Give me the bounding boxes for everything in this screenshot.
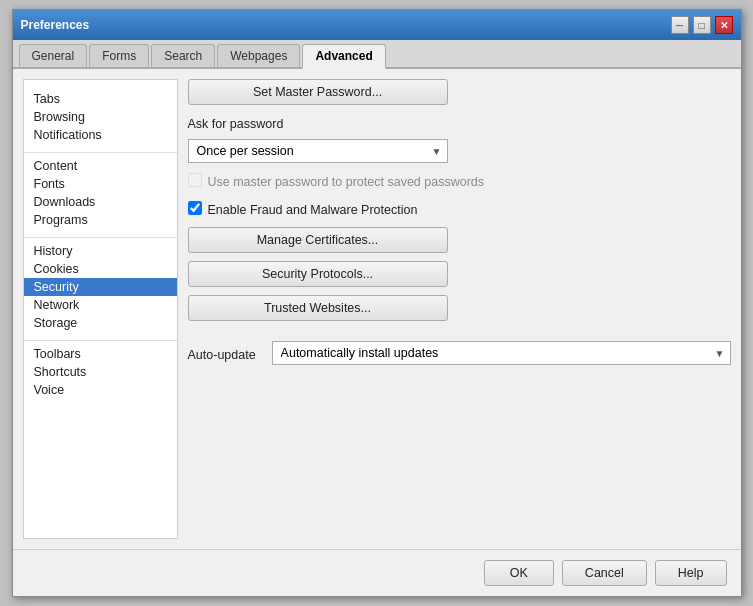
footer: OK Cancel Help [13,549,741,596]
password-frequency-dropdown-wrapper[interactable]: Once per session Every time Never [188,139,448,163]
tab-forms[interactable]: Forms [89,44,149,67]
maximize-button[interactable]: □ [693,16,711,34]
tab-advanced[interactable]: Advanced [302,44,385,69]
sidebar-item-programs[interactable]: Programs [24,211,177,229]
sidebar-item-toolbars[interactable]: Toolbars [24,345,177,363]
trusted-websites-button[interactable]: Trusted Websites... [188,295,448,321]
auto-update-row: Auto-update Automatically install update… [188,341,731,365]
tab-bar: General Forms Search Webpages Advanced [13,40,741,69]
sidebar-group-2: History Cookies Security Network Storage [24,238,177,341]
certificates-section: Manage Certificates... Security Protocol… [188,227,731,321]
sidebar-item-voice[interactable]: Voice [24,381,177,399]
cancel-button[interactable]: Cancel [562,560,647,586]
main-content: Tabs Browsing Notifications Content Font… [13,69,741,549]
sidebar-item-notifications[interactable]: Notifications [24,126,177,144]
window-title: Preferences [21,18,90,32]
title-bar: Preferences ─ □ ✕ [13,10,741,40]
sidebar-item-history[interactable]: History [24,242,177,260]
sidebar-item-fonts[interactable]: Fonts [24,175,177,193]
auto-update-label: Auto-update [188,348,256,362]
ok-button[interactable]: OK [484,560,554,586]
sidebar-item-browsing[interactable]: Browsing [24,108,177,126]
use-master-password-checkbox[interactable] [188,173,202,187]
tab-webpages[interactable]: Webpages [217,44,300,67]
sidebar-item-downloads[interactable]: Downloads [24,193,177,211]
enable-fraud-label: Enable Fraud and Malware Protection [208,203,418,217]
auto-update-dropdown[interactable]: Automatically install updates Check but … [272,341,731,365]
security-protocols-button[interactable]: Security Protocols... [188,261,448,287]
auto-update-dropdown-wrapper[interactable]: Automatically install updates Check but … [272,341,731,365]
close-button[interactable]: ✕ [715,16,733,34]
use-master-password-label: Use master password to protect saved pas… [208,175,485,189]
use-master-password-row: Use master password to protect saved pas… [188,171,731,189]
password-section: Set Master Password... Ask for password … [188,79,731,189]
preferences-window: Preferences ─ □ ✕ General Forms Search W… [12,9,742,597]
minimize-button[interactable]: ─ [671,16,689,34]
sidebar-item-storage[interactable]: Storage [24,314,177,332]
help-button[interactable]: Help [655,560,727,586]
title-bar-buttons: ─ □ ✕ [671,16,733,34]
sidebar-item-network[interactable]: Network [24,296,177,314]
password-frequency-dropdown[interactable]: Once per session Every time Never [188,139,448,163]
security-panel: Set Master Password... Ask for password … [188,79,731,539]
sidebar-item-security[interactable]: Security [24,278,177,296]
manage-certificates-button[interactable]: Manage Certificates... [188,227,448,253]
sidebar-group-3: Toolbars Shortcuts Voice [24,341,177,407]
fraud-section: Enable Fraud and Malware Protection [188,199,731,217]
sidebar-item-content[interactable]: Content [24,157,177,175]
set-master-password-button[interactable]: Set Master Password... [188,79,448,105]
tab-search[interactable]: Search [151,44,215,67]
enable-fraud-checkbox[interactable] [188,201,202,215]
sidebar-item-cookies[interactable]: Cookies [24,260,177,278]
enable-fraud-row: Enable Fraud and Malware Protection [188,199,731,217]
sidebar: Tabs Browsing Notifications Content Font… [23,79,178,539]
tab-general[interactable]: General [19,44,88,67]
sidebar-group-0: Tabs Browsing Notifications [24,86,177,153]
ask-for-password-label: Ask for password [188,117,731,131]
sidebar-group-1: Content Fonts Downloads Programs [24,153,177,238]
sidebar-item-shortcuts[interactable]: Shortcuts [24,363,177,381]
sidebar-item-tabs[interactable]: Tabs [24,90,177,108]
